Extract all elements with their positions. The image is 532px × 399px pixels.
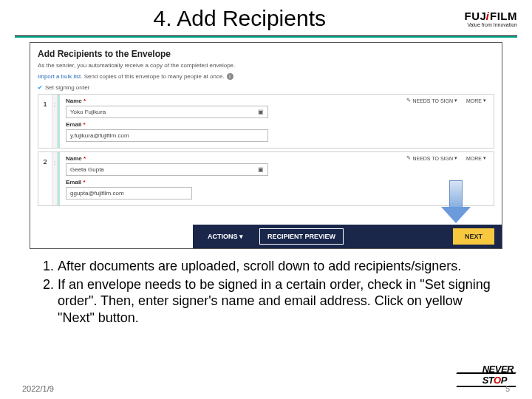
footer-date: 2022/1/9 xyxy=(22,384,54,393)
recipient-preview-button[interactable]: RECIPIENT PREVIEW xyxy=(259,228,344,245)
needs-to-sign-dropdown[interactable]: ✎NEEDS TO SIGN ▾ xyxy=(406,155,457,161)
link-desc: Send copies of this envelope to many peo… xyxy=(82,73,224,80)
never-stop-logo: NEVER STOP xyxy=(482,364,514,386)
logo-tagline: Value from Innovation xyxy=(464,22,517,27)
logo-part: FUJ xyxy=(464,10,486,22)
pen-icon: ✎ xyxy=(406,155,411,161)
page-number: 5 xyxy=(505,384,510,393)
check-icon: ✔ xyxy=(38,84,43,91)
more-dropdown[interactable]: MORE ▾ xyxy=(466,98,486,103)
link-text: Import a bulk list. xyxy=(38,73,82,80)
recipient-row: 2 ⋮⋮ ✎NEEDS TO SIGN ▾ MORE ▾ Name * Geet… xyxy=(38,151,494,206)
screenshot-heading: Add Recipients to the Envelope xyxy=(38,49,494,59)
callout-arrow xyxy=(441,180,471,225)
drag-handle-icon[interactable]: ⋮⋮ xyxy=(52,95,58,148)
email-label: Email xyxy=(66,179,81,185)
name-field[interactable]: Yoko Fujikura ▣ xyxy=(66,106,268,118)
needs-to-sign-dropdown[interactable]: ✎NEEDS TO SIGN ▾ xyxy=(406,98,457,103)
name-field[interactable]: Geeta Gupta ▣ xyxy=(66,163,268,176)
email-field[interactable]: y.fujikura@fujifilm.com xyxy=(66,129,268,142)
pen-icon: ✎ xyxy=(406,98,411,103)
recipient-order[interactable]: 2 xyxy=(38,152,52,205)
set-signing-order-checkbox[interactable]: ✔Set signing order xyxy=(38,84,494,91)
action-bar: ACTIONS ▾ RECIPIENT PREVIEW NEXT xyxy=(193,225,502,248)
email-field[interactable]: ggupta@fujifilm.com xyxy=(66,187,192,200)
info-icon[interactable]: i xyxy=(227,73,233,80)
more-dropdown[interactable]: MORE ▾ xyxy=(466,155,486,161)
recipient-order[interactable]: 1 xyxy=(38,95,52,148)
slide-title: 4. Add Recipients xyxy=(15,6,464,31)
recipient-row: 1 ⋮⋮ ✎NEEDS TO SIGN ▾ MORE ▾ Name * Yoko… xyxy=(38,94,494,149)
logo-part: FILM xyxy=(490,10,517,22)
addressbook-icon[interactable]: ▣ xyxy=(258,109,264,115)
email-label: Email xyxy=(66,121,81,128)
fujifilm-logo: FUJiFILM Value from Innovation xyxy=(464,10,517,27)
signing-order-label: Set signing order xyxy=(45,84,89,91)
instruction-item: After documents are uploaded, scroll dow… xyxy=(58,258,495,275)
addressbook-icon[interactable]: ▣ xyxy=(258,166,264,173)
drag-handle-icon[interactable]: ⋮⋮ xyxy=(52,152,58,205)
screenshot-subtext: As the sender, you automatically receive… xyxy=(38,62,494,69)
actions-dropdown[interactable]: ACTIONS ▾ xyxy=(200,229,250,244)
envelope-screenshot: Add Recipients to the Envelope As the se… xyxy=(30,42,502,249)
divider-accent xyxy=(15,36,517,38)
instructions: After documents are uploaded, scroll dow… xyxy=(37,258,495,326)
name-label: Name xyxy=(66,98,82,104)
import-bulk-link[interactable]: Import a bulk list. Send copies of this … xyxy=(38,73,494,80)
name-label: Name xyxy=(66,155,82,162)
instruction-item: If an envelope needs to be signed in a c… xyxy=(58,276,495,327)
next-button[interactable]: NEXT xyxy=(453,228,494,245)
